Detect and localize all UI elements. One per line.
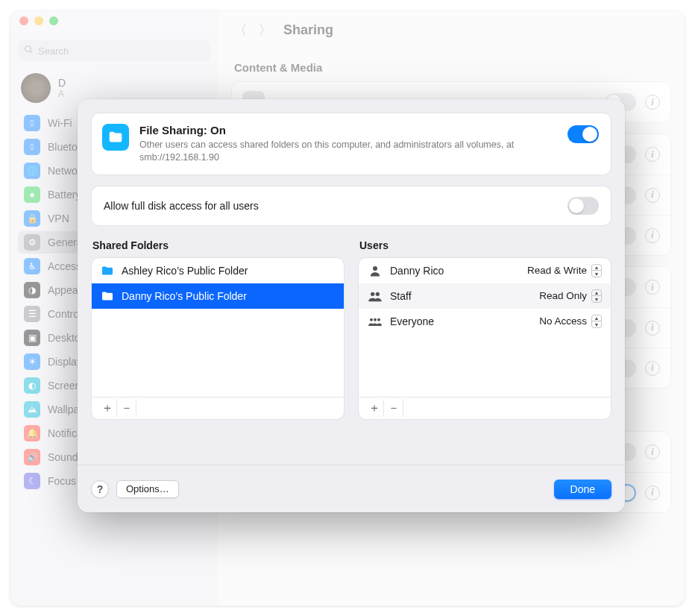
user-row[interactable]: Staff Read Only ▲▼ [359, 283, 611, 309]
user-row[interactable]: D A [21, 73, 207, 103]
users-title: Users [359, 239, 610, 251]
full-disk-access-toggle[interactable] [567, 197, 599, 215]
user-row[interactable]: Everyone No Access ▲▼ [359, 309, 611, 334]
svg-line-1 [30, 51, 32, 53]
shared-folders-title: Shared Folders [92, 239, 343, 251]
person-icon [368, 264, 383, 277]
search-input[interactable]: Search [18, 40, 210, 61]
user-name: D [58, 77, 66, 89]
folder-name: Ashley Rico’s Public Folder [122, 265, 248, 277]
folder-name: Danny Rico’s Public Folder [122, 290, 247, 302]
everyone-icon [368, 315, 383, 328]
minimize-dot[interactable] [34, 16, 43, 25]
svg-point-7 [377, 318, 380, 321]
focus-icon: ☾ [24, 473, 40, 489]
close-dot[interactable] [19, 16, 28, 25]
add-user-button[interactable]: ＋ [365, 399, 384, 417]
user-name: Danny Rico [390, 265, 444, 277]
svg-point-5 [370, 318, 373, 321]
sidebar-item-label: Battery [48, 189, 81, 201]
folder-icon [101, 265, 114, 276]
user-name: Everyone [390, 315, 434, 327]
info-icon[interactable]: i [645, 228, 660, 243]
folder-share-icon [102, 124, 129, 151]
remove-folder-button[interactable]: － [117, 399, 136, 417]
notifications-icon: 🔔 [24, 425, 40, 441]
bluetooth-icon: 􀖀 [24, 139, 40, 155]
folder-icon [101, 291, 114, 301]
sidebar-item-label: Wi-Fi [48, 117, 72, 129]
sound-icon: 🔊 [24, 449, 40, 465]
permission-label: Read Only [539, 290, 587, 301]
search-placeholder: Search [38, 45, 69, 57]
dialog-footer: ? Options… Done [78, 465, 625, 512]
stepper-icon: ▲▼ [591, 264, 602, 277]
fda-label: Allow full disk access for all users [104, 200, 259, 212]
user-sub: A [58, 89, 66, 99]
permission-select[interactable]: Read Only ▲▼ [539, 289, 602, 303]
full-disk-access-row: Allow full disk access for all users [91, 186, 611, 226]
options-button[interactable]: Options… [116, 480, 179, 498]
nav-back-icon[interactable]: 〈 [234, 22, 247, 39]
section-title: Content & Media [218, 49, 685, 81]
avatar [21, 73, 51, 103]
battery-icon: ● [24, 186, 40, 203]
permission-select[interactable]: No Access ▲▼ [539, 315, 602, 328]
control center-icon: ☰ [24, 306, 40, 322]
wi-fi-icon: 􀙇 [24, 115, 40, 131]
svg-point-3 [371, 292, 374, 295]
zoom-dot[interactable] [49, 16, 58, 25]
shared-folder-row[interactable]: Ashley Rico’s Public Folder [92, 258, 344, 283]
people-icon [368, 289, 383, 303]
svg-point-0 [25, 46, 31, 52]
sidebar-item-label: Focus [48, 475, 76, 487]
help-button[interactable]: ? [91, 480, 109, 498]
wallpaper-icon: ⛰ [24, 401, 40, 418]
traffic-lights [19, 16, 58, 25]
permission-label: No Access [539, 315, 587, 327]
fs-title: File Sharing: On [139, 124, 557, 136]
svg-point-4 [376, 292, 380, 295]
users-list[interactable]: Danny Rico Read & Write ▲▼ Staff Read On… [358, 257, 611, 420]
stepper-icon: ▲▼ [591, 289, 602, 303]
info-icon[interactable]: i [645, 444, 660, 459]
vpn-icon: 🔒 [24, 210, 40, 227]
stepper-icon: ▲▼ [591, 315, 602, 328]
file-sharing-panel: File Sharing: On Other users can access … [91, 113, 611, 175]
info-icon[interactable]: i [645, 147, 660, 162]
svg-point-6 [374, 318, 377, 321]
svg-point-2 [373, 266, 377, 271]
file-sharing-dialog: File Sharing: On Other users can access … [78, 99, 625, 512]
file-sharing-toggle[interactable] [567, 125, 599, 143]
displays-icon: ☀ [24, 353, 40, 370]
sidebar-item-label: Sound [48, 451, 78, 463]
shared-folders-list[interactable]: Ashley Rico’s Public Folder Danny Rico’s… [91, 257, 345, 420]
desktop & dock-icon: ▣ [24, 330, 40, 346]
appearance-icon: ◑ [24, 282, 40, 298]
info-icon[interactable]: i [645, 485, 660, 500]
user-name: Staff [390, 290, 412, 302]
user-row[interactable]: Danny Rico Read & Write ▲▼ [359, 258, 611, 283]
permission-label: Read & Write [527, 265, 587, 276]
page-title: Sharing [283, 22, 333, 38]
done-button[interactable]: Done [554, 480, 611, 499]
info-icon[interactable]: i [645, 280, 660, 295]
search-icon [24, 45, 34, 57]
info-icon[interactable]: i [645, 321, 660, 336]
add-folder-button[interactable]: ＋ [98, 399, 117, 417]
accessibility-icon: ♿︎ [24, 258, 40, 274]
shared-folder-row[interactable]: Danny Rico’s Public Folder [92, 283, 344, 309]
screen saver-icon: ◐ [24, 377, 40, 394]
general-icon: ⚙ [24, 234, 40, 251]
info-icon[interactable]: i [645, 95, 660, 110]
remove-user-button[interactable]: － [384, 399, 403, 417]
info-icon[interactable]: i [645, 188, 660, 203]
info-icon[interactable]: i [645, 361, 660, 376]
nav-fwd-icon[interactable]: 〉 [259, 22, 271, 39]
sidebar-item-label: VPN [48, 213, 69, 224]
fs-desc: Other users can access shared folders on… [139, 139, 557, 164]
permission-select[interactable]: Read & Write ▲▼ [527, 264, 602, 277]
network-icon: 🌐 [24, 163, 40, 179]
